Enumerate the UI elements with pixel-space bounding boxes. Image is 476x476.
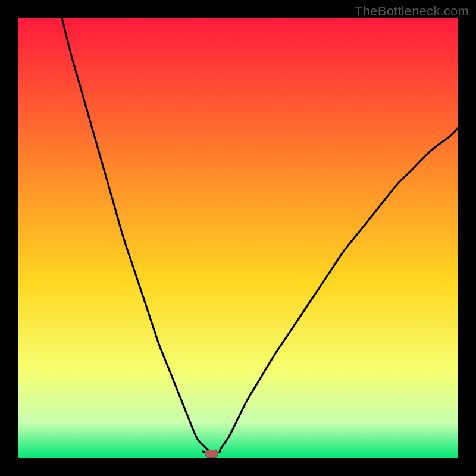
gradient-background	[18, 18, 458, 458]
plot-area	[18, 18, 458, 458]
chart-frame: TheBottleneck.com	[0, 0, 476, 476]
bottleneck-curve-chart	[18, 18, 458, 458]
watermark-text: TheBottleneck.com	[355, 4, 469, 19]
notch-marker	[205, 450, 218, 458]
